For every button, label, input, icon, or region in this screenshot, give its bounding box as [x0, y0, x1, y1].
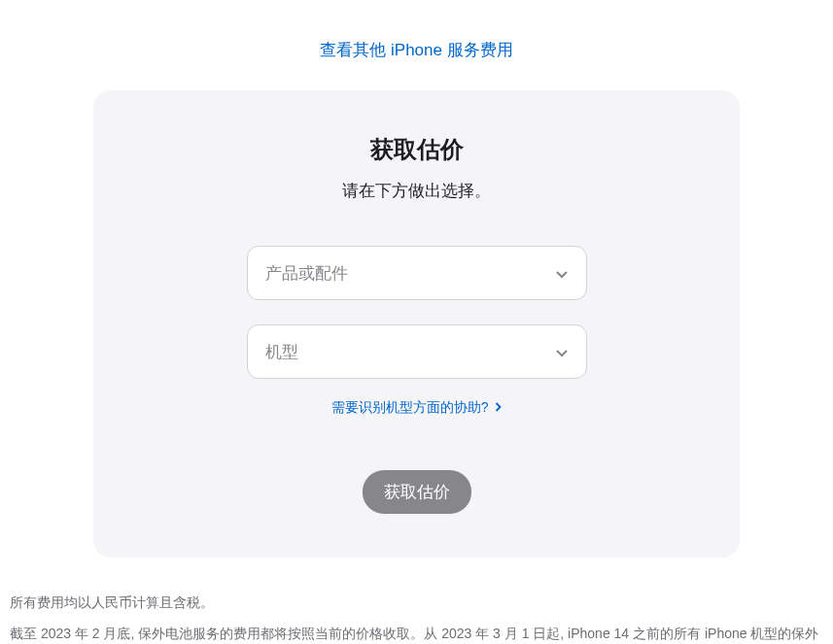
identify-model-help-link[interactable]: 需要识别机型方面的协助? — [331, 399, 503, 415]
top-link-wrapper: 查看其他 iPhone 服务费用 — [10, 0, 823, 90]
get-estimate-button[interactable]: 获取估价 — [363, 470, 471, 514]
product-select-placeholder: 产品或配件 — [265, 262, 348, 285]
model-select-placeholder: 机型 — [265, 341, 298, 363]
chevron-down-icon — [555, 345, 569, 358]
view-other-services-link[interactable]: 查看其他 iPhone 服务费用 — [320, 41, 512, 59]
product-select-wrapper: 产品或配件 — [247, 246, 587, 300]
product-select[interactable]: 产品或配件 — [247, 246, 587, 300]
footer-line-1: 所有费用均以人民币计算且含税。 — [10, 587, 823, 618]
help-link-wrapper: 需要识别机型方面的协助? — [142, 398, 691, 417]
model-select-wrapper: 机型 — [247, 324, 587, 379]
footer-line-2: 截至 2023 年 2 月底, 保外电池服务的费用都将按照当前的价格收取。从 2… — [10, 618, 823, 644]
help-link-text: 需要识别机型方面的协助? — [331, 399, 489, 415]
estimate-card: 获取估价 请在下方做出选择。 产品或配件 机型 — [93, 90, 740, 558]
submit-wrapper: 获取估价 — [142, 470, 691, 514]
chevron-right-icon — [495, 399, 502, 415]
chevron-down-icon — [555, 266, 569, 280]
model-select[interactable]: 机型 — [247, 324, 587, 379]
footer-text: 所有费用均以人民币计算且含税。 截至 2023 年 2 月底, 保外电池服务的费… — [10, 558, 823, 644]
card-subtitle: 请在下方做出选择。 — [142, 180, 691, 202]
card-title: 获取估价 — [142, 134, 691, 165]
